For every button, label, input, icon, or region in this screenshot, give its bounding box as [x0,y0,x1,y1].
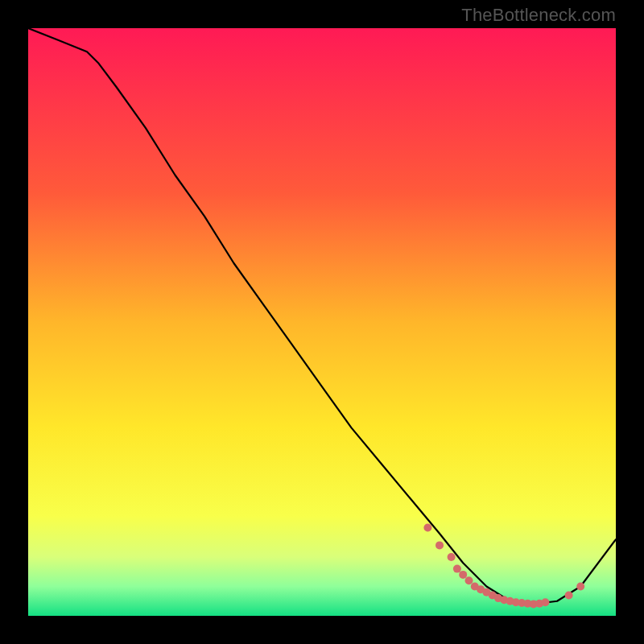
sample-point [423,524,431,532]
sample-point [453,565,461,573]
gradient-background [28,28,616,616]
chart-frame: TheBottleneck.com [0,0,644,644]
sample-point [541,598,549,606]
chart-svg [28,28,616,616]
chart-plot-area [28,28,616,616]
sample-point [576,583,584,591]
sample-point [565,591,573,599]
attribution-watermark: TheBottleneck.com [461,5,616,26]
sample-point [465,576,473,584]
sample-point [448,553,456,561]
sample-point [459,571,467,579]
sample-point [436,541,444,549]
